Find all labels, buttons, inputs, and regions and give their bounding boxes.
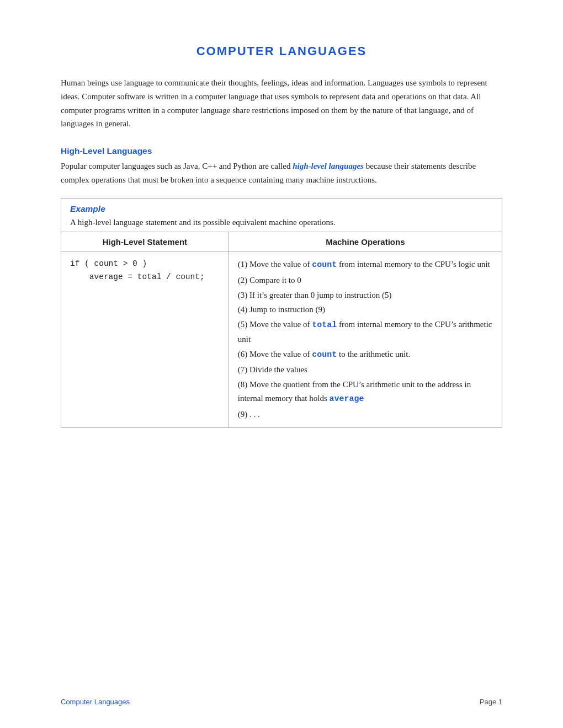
table-header-row: High-Level Statement Machine Operations: [61, 232, 502, 252]
machine-op-1: (1) Move the value of count from interna…: [238, 258, 493, 272]
section-body-highlight: high-level languages: [293, 162, 364, 170]
code-count-1: count: [312, 260, 337, 270]
col2-header: Machine Operations: [229, 232, 502, 252]
footer-right: Page 1: [480, 698, 502, 706]
footer-left: Computer Languages: [61, 698, 130, 706]
machine-op-2: (2) Compare it to 0: [238, 274, 493, 287]
machine-op-6: (6) Move the value of count to the arith…: [238, 347, 493, 362]
code-count-2: count: [312, 350, 337, 360]
machine-op-5: (5) Move the value of total from interna…: [238, 318, 493, 346]
machine-op-7: (7) Divide the values: [238, 363, 493, 377]
page: COMPUTER LANGUAGES Human beings use lang…: [0, 0, 563, 728]
page-title: COMPUTER LANGUAGES: [61, 44, 502, 58]
high-level-section: High-Level Languages Popular computer la…: [61, 146, 502, 187]
table-data-row: if ( count > 0 ) average = total / count…: [61, 252, 502, 428]
intro-paragraph: Human beings use language to communicate…: [61, 76, 502, 131]
code-average-1: average: [330, 394, 364, 404]
footer: Computer Languages Page 1: [61, 698, 502, 706]
example-description: A high-level language statement and its …: [70, 216, 493, 229]
example-header: Example A high-level language statement …: [61, 199, 502, 233]
machine-op-4: (4) Jump to instruction (9): [238, 303, 493, 317]
machine-op-8: (8) Move the quotient from the CPU’s ari…: [238, 378, 493, 406]
section-body-before: Popular computer languages such as Java,…: [61, 162, 293, 170]
section-body-high-level: Popular computer languages such as Java,…: [61, 159, 502, 187]
machine-op-9: (9) . . .: [238, 408, 493, 421]
machine-op-3: (3) If it’s greater than 0 jump to instr…: [238, 288, 493, 302]
col2-machine-ops: (1) Move the value of count from interna…: [229, 252, 502, 428]
example-table: High-Level Statement Machine Operations …: [61, 232, 502, 427]
section-heading-high-level: High-Level Languages: [61, 146, 502, 156]
code-total-1: total: [312, 320, 337, 330]
col1-header: High-Level Statement: [61, 232, 229, 252]
example-box: Example A high-level language statement …: [61, 198, 502, 429]
example-label: Example: [70, 204, 493, 214]
col1-code: if ( count > 0 ) average = total / count…: [61, 252, 229, 428]
